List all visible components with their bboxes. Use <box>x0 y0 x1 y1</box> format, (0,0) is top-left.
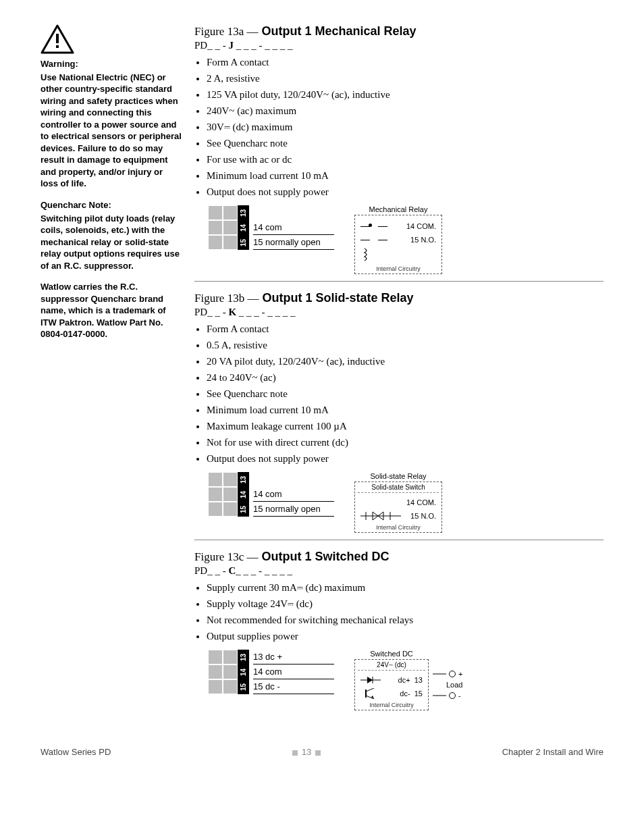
schematic-footer: Internal Circuitry <box>360 702 423 708</box>
page-footer: Watlow Series PD 13 Chapter 2 Install an… <box>0 747 644 777</box>
terminal-number: 15 <box>238 679 249 694</box>
part-number: PD_ _ - C_ _ _ - _ _ _ _ <box>194 565 603 577</box>
spec-item: Output does not supply power <box>207 450 603 467</box>
spec-item: Maximum leakage current 100 µA <box>207 418 603 434</box>
terminal-number: 14 <box>238 220 249 235</box>
schematic-footer: Internal Circuitry <box>360 524 436 531</box>
terminal-label: 14 com <box>253 487 334 502</box>
spec-item: See Quencharc note <box>207 386 603 402</box>
svg-rect-2 <box>56 45 59 48</box>
spec-item: 24 to 240V~ (ac) <box>207 369 603 386</box>
terminal-label: 14 com <box>253 220 334 235</box>
figure-name: Output 1 Mechanical Relay <box>261 24 416 38</box>
coil-icon <box>360 247 374 263</box>
figure-prefix: Figure 13c — <box>194 550 258 563</box>
diode-icon <box>360 675 381 685</box>
divider <box>194 540 603 540</box>
figure-13c: Figure 13c — Output 1 Switched DC PD_ _ … <box>194 550 603 710</box>
figure-13a: Figure 13a — Output 1 Mechanical Relay P… <box>194 24 603 282</box>
figure-name: Output 1 Solid-state Relay <box>262 291 413 305</box>
spec-list: Form A contact 2 A, resistive 125 VA pil… <box>194 54 603 200</box>
spec-item: 30V⎓ (dc) maximum <box>207 119 603 135</box>
spec-item: Minimum load current 10 mA <box>207 402 603 418</box>
spec-item: Form A contact <box>207 54 603 70</box>
spec-item: 0.5 A, resistive <box>207 337 603 353</box>
main-content: Figure 13a — Output 1 Mechanical Relay P… <box>194 24 603 720</box>
schematic-diagram: Mechanical Relay 14 COM. 15 N.O. <box>354 205 442 274</box>
schematic-title: Solid-state Relay <box>354 472 442 480</box>
part-number: PD_ _ - J _ _ _ - _ _ _ _ <box>194 40 603 51</box>
figure-title: Figure 13c — Output 1 Switched DC <box>194 550 603 564</box>
schematic-subtitle: Solid-state Switch <box>358 484 439 493</box>
terminal-label <box>253 472 334 487</box>
figure-name: Output 1 Switched DC <box>261 550 389 563</box>
quencharc-heading: Quencharc Note: <box>41 199 182 211</box>
terminal-block-diagram: 13 14 15 14 com 15 normally open <box>208 205 334 250</box>
spec-item: 125 VA pilot duty, 120/240V~ (ac), induc… <box>207 86 603 103</box>
schematic-title: Switched DC <box>354 650 429 658</box>
transistor-icon <box>360 688 381 699</box>
schematic-footer: Internal Circuitry <box>360 265 436 272</box>
terminal-number: 14 <box>238 487 249 502</box>
warning-heading: Warning: <box>41 58 182 70</box>
sidebar: Warning: Use National Electric (NEC) or … <box>41 24 182 720</box>
terminal-block-diagram: 13 14 15 14 com 15 normally open <box>208 472 334 517</box>
terminal-label: 15 normally open <box>253 235 334 250</box>
svg-marker-9 <box>367 677 373 683</box>
quencharc-note2: Watlow carries the R.C. suppressor Quenc… <box>41 281 182 340</box>
figure-prefix: Figure 13b — <box>194 292 259 305</box>
footer-left: Watlow Series PD <box>41 747 111 757</box>
terminal-label: 15 dc - <box>253 679 334 694</box>
spec-item: 2 A, resistive <box>207 70 603 86</box>
spec-item: Supply current 30 mA⎓ (dc) maximum <box>207 579 603 596</box>
figure-13b: Figure 13b — Output 1 Solid-state Relay … <box>194 291 603 540</box>
terminal-number: 14 <box>238 664 249 679</box>
spec-item: Minimum load current 10 mA <box>207 167 603 184</box>
terminal-label: 15 normally open <box>253 502 334 517</box>
spec-item: Output does not supply power <box>207 184 603 200</box>
svg-rect-1 <box>56 34 59 43</box>
spec-item: 20 VA pilot duty, 120/240V~ (ac), induct… <box>207 353 603 369</box>
schematic-diagram: Switched DC 24V⎓ (dc) dc+ 13 dc- 15 <box>354 650 462 710</box>
footer-page-number: 13 <box>288 747 325 757</box>
spec-item: 240V~ (ac) maximum <box>207 103 603 119</box>
schematic-diagram: Solid-state Relay Solid-state Switch 14 … <box>354 472 442 533</box>
spec-list: Form A contact 0.5 A, resistive 20 VA pi… <box>194 321 603 467</box>
svg-line-12 <box>366 688 374 692</box>
figure-prefix: Figure 13a — <box>194 25 258 38</box>
part-number: PD_ _ - K _ _ _ - _ _ _ _ <box>194 307 603 318</box>
spec-item: See Quencharc note <box>207 135 603 151</box>
schematic-title: Mechanical Relay <box>354 205 442 213</box>
terminal-label: 13 dc + <box>253 650 334 664</box>
terminal-number: 15 <box>238 502 249 517</box>
warning-text: Use National Electric (NEC) or other cou… <box>41 72 182 190</box>
warning-icon <box>41 24 182 54</box>
terminal-number: 13 <box>238 472 249 487</box>
spec-item: Output supplies power <box>207 628 603 644</box>
divider <box>194 281 603 282</box>
spec-item: Not recommended for switching mechanical… <box>207 612 603 628</box>
spec-item: Form A contact <box>207 321 603 337</box>
schematic-subtitle: 24V⎓ (dc) <box>358 661 425 671</box>
terminal-label: 14 com <box>253 664 334 679</box>
terminal-number: 13 <box>238 205 249 220</box>
load-label: Load <box>433 681 462 689</box>
figure-title: Figure 13b — Output 1 Solid-state Relay <box>194 291 603 305</box>
spec-item: Not for use with direct current (dc) <box>207 434 603 450</box>
footer-right: Chapter 2 Install and Wire <box>502 747 603 757</box>
load-pin-minus: - <box>458 692 461 700</box>
terminal-number: 13 <box>238 650 249 664</box>
spec-item: For use with ac or dc <box>207 151 603 167</box>
figure-title: Figure 13a — Output 1 Mechanical Relay <box>194 24 603 38</box>
spec-list: Supply current 30 mA⎓ (dc) maximum Suppl… <box>194 579 603 644</box>
terminal-block-diagram: 13 14 15 13 dc + 14 com 15 dc - <box>208 650 334 694</box>
load-pin-plus: + <box>458 670 462 678</box>
triac-icon <box>360 510 401 522</box>
quencharc-text: Switching pilot duty loads (relay coils,… <box>41 213 182 272</box>
terminal-number: 15 <box>238 235 249 250</box>
spec-item: Supply voltage 24V⎓ (dc) <box>207 596 603 612</box>
terminal-label <box>253 205 334 220</box>
